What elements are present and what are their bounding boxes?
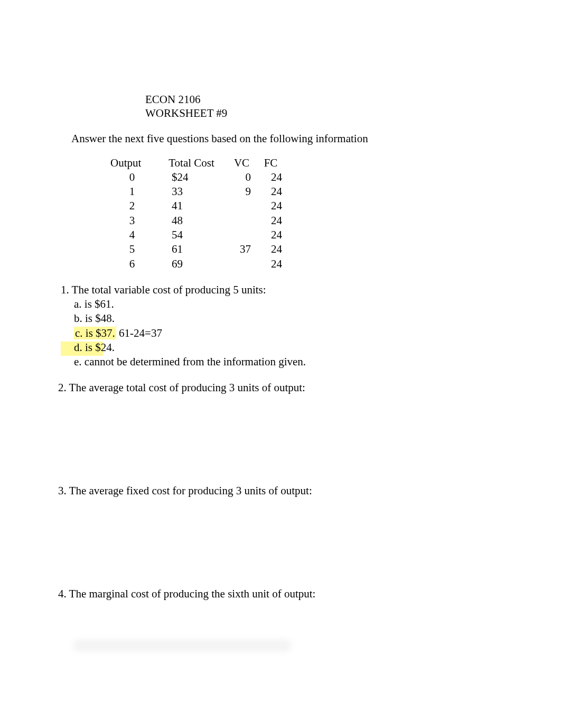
question-2: 2. The average total cost of producing 3…: [58, 381, 503, 394]
q1-option-c-highlighted: c. is $37.: [74, 327, 116, 339]
cell-vc: 37: [227, 242, 256, 256]
cell-output: 6: [108, 257, 156, 271]
cell-tc: 48: [156, 214, 227, 228]
cell-fc: 24: [256, 257, 285, 271]
q1-option-d: d. is $24.: [74, 340, 503, 355]
cell-tc: 41: [156, 199, 227, 213]
q1-option-c-row: c. is $37. 61-24=37: [74, 326, 503, 340]
question-3: 3. The average fixed cost for producing …: [58, 484, 503, 497]
cost-table: Output Total Cost VC FC 0 $24 0 24 1 33 …: [108, 156, 503, 271]
question-4: 4. The marginal cost of producing the si…: [58, 587, 503, 601]
cell-tc: 61: [156, 242, 227, 256]
table-row: 6 69 24: [108, 257, 285, 271]
cell-fc: 24: [256, 214, 285, 228]
q4-number: 4.: [58, 587, 67, 600]
cell-output: 4: [108, 228, 156, 242]
table-header-row: Output Total Cost VC FC: [108, 156, 285, 170]
cell-vc: [227, 228, 256, 242]
q1-option-a: a. is $61.: [74, 297, 503, 311]
table-row: 5 61 37 24: [108, 242, 285, 256]
cell-output: 0: [108, 170, 156, 185]
table-row: 3 48 24: [108, 214, 285, 228]
table-row: 0 $24 0 24: [108, 170, 285, 185]
table-row: 4 54 24: [108, 228, 285, 242]
q3-number: 3.: [58, 484, 67, 497]
cell-tc: 69: [156, 257, 227, 271]
q3-stem: The average fixed cost for producing 3 u…: [67, 484, 312, 497]
table-row: 2 41 24: [108, 199, 285, 213]
instructions-text: Answer the next five questions based on …: [71, 132, 503, 145]
blurred-region: [74, 640, 291, 651]
document-header: ECON 2106 WORKSHEET #9: [145, 93, 503, 121]
col-output: Output: [108, 156, 156, 170]
cell-fc: 24: [256, 228, 285, 242]
cell-fc: 24: [256, 185, 285, 199]
cell-tc: 54: [156, 228, 227, 242]
q1-option-b: b. is $48.: [74, 311, 503, 326]
cell-output: 1: [108, 185, 156, 199]
cell-fc: 24: [256, 170, 285, 185]
q1-stem: The total variable cost of producing 5 u…: [69, 283, 266, 296]
cell-fc: 24: [256, 199, 285, 213]
cell-tc: 33: [156, 185, 227, 199]
course-code: ECON 2106: [145, 93, 503, 106]
worksheet-number: WORKSHEET #9: [145, 106, 503, 120]
q1-option-e: e. cannot be determined from the informa…: [74, 355, 503, 369]
q1-number: 1.: [61, 283, 69, 296]
q1-option-c-work: 61-24=37: [116, 327, 162, 339]
cell-vc: 9: [227, 185, 256, 199]
cell-output: 2: [108, 199, 156, 213]
cell-vc: [227, 214, 256, 228]
cell-tc: $24: [156, 170, 227, 185]
table-row: 1 33 9 24: [108, 185, 285, 199]
q4-stem: The marginal cost of producing the sixth…: [67, 587, 316, 600]
cell-fc: 24: [256, 242, 285, 256]
question-1: 1. The total variable cost of producing …: [61, 283, 503, 370]
col-total-cost: Total Cost: [156, 156, 227, 170]
cell-vc: [227, 199, 256, 213]
cell-output: 5: [108, 242, 156, 256]
cell-vc: 0: [227, 170, 256, 185]
q2-number: 2.: [58, 381, 67, 394]
worksheet-page: ECON 2106 WORKSHEET #9 Answer the next f…: [0, 0, 561, 601]
cell-vc: [227, 257, 256, 271]
col-fc: FC: [256, 156, 285, 170]
cell-output: 3: [108, 214, 156, 228]
col-vc: VC: [227, 156, 256, 170]
q2-stem: The average total cost of producing 3 un…: [67, 381, 305, 394]
